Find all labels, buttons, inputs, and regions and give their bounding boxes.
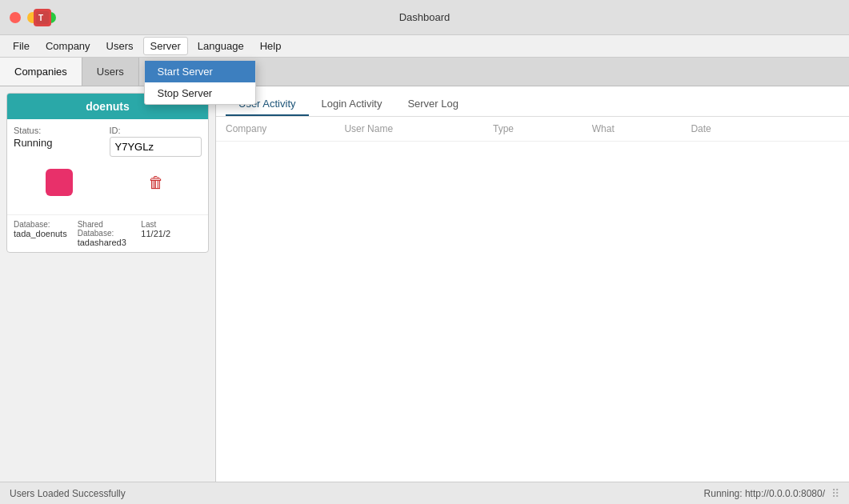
- window-title: Dashboard: [399, 11, 451, 23]
- svg-text:T: T: [38, 14, 43, 22]
- company-card: doenuts Status: Running ID: Y7YGLz: [6, 93, 209, 253]
- col-header-username: User Name: [344, 123, 493, 134]
- activity-table: Company User Name Type What Date: [216, 117, 849, 482]
- company-card-footer: Database: tada_doenuts Shared Database: …: [7, 214, 208, 252]
- database-field: Database: tada_doenuts: [14, 220, 74, 247]
- database-label: Database:: [14, 220, 74, 229]
- menu-bar: File Company Users Server Start Server S…: [0, 35, 849, 58]
- menu-help[interactable]: Help: [254, 38, 288, 54]
- pink-square-icon: [46, 169, 73, 196]
- tab-server-log[interactable]: Server Log: [394, 93, 471, 116]
- tab-users[interactable]: Users: [82, 58, 139, 86]
- company-icon-pink[interactable]: [43, 166, 75, 198]
- menu-company[interactable]: Company: [39, 38, 97, 54]
- status-value: Running: [14, 137, 106, 149]
- resize-grip-icon: ⠿: [831, 487, 839, 500]
- main-tab-bar: Companies Users: [0, 58, 849, 86]
- app-logo: T: [34, 9, 51, 26]
- left-panel: doenuts Status: Running ID: Y7YGLz: [0, 86, 216, 482]
- col-header-company: Company: [226, 123, 344, 134]
- menu-users[interactable]: Users: [100, 38, 140, 54]
- company-status-row: Status: Running ID: Y7YGLz: [14, 126, 202, 157]
- table-header-row: Company User Name Type What Date: [216, 117, 849, 142]
- shared-db-label: Shared Database:: [78, 220, 138, 238]
- status-bar: Users Loaded Successfully Running: http:…: [0, 482, 849, 504]
- tab-companies[interactable]: Companies: [0, 58, 82, 86]
- col-header-date: Date: [691, 123, 839, 134]
- company-card-body: Status: Running ID: Y7YGLz 🗑: [7, 119, 208, 214]
- main-content: doenuts Status: Running ID: Y7YGLz: [0, 86, 849, 482]
- right-panel: User Activity Login Activity Server Log …: [216, 86, 849, 482]
- col-header-what: What: [592, 123, 691, 134]
- status-right: Running: http://0.0.0.0:8080/ ⠿: [704, 487, 839, 500]
- last-value: 11/21/2: [141, 229, 202, 238]
- status-label: Status:: [14, 126, 106, 135]
- status-left: Users Loaded Successfully: [10, 488, 126, 499]
- menu-file[interactable]: File: [6, 38, 36, 54]
- tab-login-activity[interactable]: Login Activity: [309, 93, 395, 116]
- icon-row: 🗑: [14, 163, 202, 202]
- menu-start-server[interactable]: Start Server: [145, 61, 255, 82]
- activity-tab-bar: User Activity Login Activity Server Log: [216, 86, 849, 117]
- shared-db-value: tadashared3: [78, 238, 138, 247]
- title-bar: T Dashboard: [0, 0, 849, 35]
- last-label: Last: [141, 220, 202, 229]
- menu-stop-server[interactable]: Stop Server: [145, 82, 255, 104]
- close-button[interactable]: [10, 12, 21, 23]
- menu-language[interactable]: Language: [191, 38, 250, 54]
- trash-icon: 🗑: [148, 174, 164, 192]
- delete-button[interactable]: 🗑: [140, 166, 172, 198]
- id-field: ID: Y7YGLz: [110, 126, 202, 157]
- menu-server[interactable]: Server Start Server Stop Server: [143, 37, 188, 55]
- id-value: Y7YGLz: [110, 137, 202, 157]
- status-field: Status: Running: [14, 126, 106, 157]
- server-dropdown: Start Server Stop Server: [144, 60, 256, 105]
- status-server: Running: http://0.0.0.0:8080/: [704, 488, 825, 499]
- id-label: ID:: [110, 126, 202, 135]
- shared-db-field: Shared Database: tadashared3: [78, 220, 138, 247]
- database-value: tada_doenuts: [14, 229, 74, 238]
- last-field: Last 11/21/2: [141, 220, 202, 247]
- col-header-type: Type: [493, 123, 592, 134]
